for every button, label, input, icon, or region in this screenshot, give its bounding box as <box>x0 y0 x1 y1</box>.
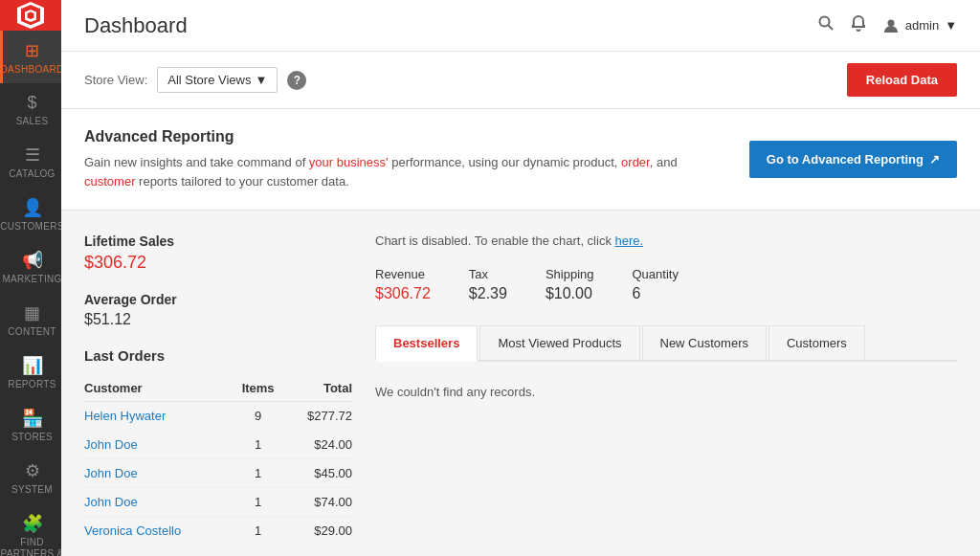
order-total: $29.00 <box>283 517 352 545</box>
order-link[interactable]: order <box>621 155 650 169</box>
tab-bestsellers[interactable]: Bestsellers <box>375 325 478 362</box>
sidebar-item-stores[interactable]: 🏪 STORES <box>0 398 61 451</box>
chart-enable-link[interactable]: here. <box>615 234 644 248</box>
no-records-message: We couldn't find any records. <box>375 377 957 407</box>
stat-value: $2.39 <box>469 285 507 302</box>
tab-new-customers[interactable]: New Customers <box>642 325 767 360</box>
order-total: $74.00 <box>283 488 352 517</box>
sidebar: ⊞ DASHBOARD $ SALES ☰ CATALOG 👤 CUSTOMER… <box>0 0 61 556</box>
table-row: Veronica Costello1$29.00 <box>84 517 352 545</box>
stat-item: Shipping$10.00 <box>546 267 594 302</box>
notifications-icon[interactable] <box>850 14 867 36</box>
stat-item: Tax$2.39 <box>469 267 507 302</box>
stat-label: Quantity <box>633 267 679 281</box>
customer-link[interactable]: customer <box>84 174 135 189</box>
stat-label: Tax <box>469 267 507 281</box>
sidebar-item-label: DASHBOARD <box>0 64 61 76</box>
order-items: 9 <box>234 402 283 431</box>
sidebar-item-marketing[interactable]: 📢 MARKETING <box>0 240 61 293</box>
sidebar-item-label: STORES <box>11 432 53 443</box>
table-row: Helen Hywater9$277.72 <box>84 402 352 431</box>
stat-value: $10.00 <box>546 285 594 302</box>
average-order-value: $51.12 <box>84 311 352 328</box>
left-panel: Lifetime Sales $306.72 Average Order $51… <box>84 234 352 545</box>
logo[interactable] <box>0 0 61 31</box>
user-menu[interactable]: admin ▼ <box>882 17 957 34</box>
stat-item: Quantity6 <box>633 267 679 302</box>
sidebar-item-label: SYSTEM <box>11 484 53 496</box>
sidebar-item-dashboard[interactable]: ⊞ DASHBOARD <box>0 31 61 83</box>
business-link[interactable]: your business' <box>309 155 389 169</box>
order-items: 1 <box>234 517 283 545</box>
last-orders-section: Last Orders Customer Items Total Helen H… <box>84 347 352 545</box>
table-row: John Doe1$74.00 <box>84 488 352 517</box>
tab-content: We couldn't find any records. <box>375 377 957 407</box>
svg-line-1 <box>828 26 833 31</box>
order-items: 1 <box>234 488 283 517</box>
table-row: John Doe1$24.00 <box>84 431 352 459</box>
col-total: Total <box>283 375 352 402</box>
order-items: 1 <box>234 431 283 459</box>
col-items: Items <box>234 375 283 402</box>
customer-name-link[interactable]: John Doe <box>84 495 138 509</box>
stat-label: Revenue <box>375 267 431 281</box>
order-items: 1 <box>234 459 283 488</box>
sales-icon: $ <box>27 93 36 113</box>
right-panel: Chart is disabled. To enable the chart, … <box>375 234 957 545</box>
store-view-label: Store View: <box>84 73 147 87</box>
average-order-label: Average Order <box>84 292 352 307</box>
user-dropdown-icon: ▼ <box>945 18 957 33</box>
search-icon[interactable] <box>817 14 835 36</box>
table-row: John Doe1$45.00 <box>84 459 352 488</box>
content-icon: ▦ <box>24 302 40 323</box>
stat-item: Revenue$306.72 <box>375 267 431 302</box>
extensions-icon: 🧩 <box>22 513 43 534</box>
svg-point-2 <box>887 19 894 26</box>
store-view-left: Store View: All Store Views ▼ ? <box>84 67 306 93</box>
advanced-reporting-heading: Advanced Reporting <box>84 128 730 145</box>
content-area: Store View: All Store Views ▼ ? Reload D… <box>61 52 980 556</box>
stat-value: 6 <box>633 285 679 302</box>
stats-row: Revenue$306.72Tax$2.39Shipping$10.00Quan… <box>375 267 957 302</box>
orders-table: Customer Items Total Helen Hywater9$277.… <box>84 375 352 545</box>
catalog-icon: ☰ <box>25 145 40 166</box>
sidebar-item-catalog[interactable]: ☰ CATALOG <box>0 135 61 188</box>
sidebar-item-label: FIND PARTNERS & EXTENSIONS <box>0 537 61 556</box>
page-header: Dashboard admin ▼ <box>61 0 980 52</box>
advanced-reporting-section: Advanced Reporting Gain new insights and… <box>61 109 980 211</box>
goto-advanced-reporting-button[interactable]: Go to Advanced Reporting ↗ <box>749 141 957 178</box>
order-total: $45.00 <box>283 459 352 488</box>
order-total: $277.72 <box>283 402 352 431</box>
store-view-bar: Store View: All Store Views ▼ ? Reload D… <box>61 52 980 109</box>
average-order-section: Average Order $51.12 <box>84 292 352 328</box>
lifetime-sales-section: Lifetime Sales $306.72 <box>84 234 352 273</box>
sidebar-item-content[interactable]: ▦ CONTENT <box>0 293 61 345</box>
sidebar-item-label: SALES <box>16 116 49 127</box>
sidebar-item-sales[interactable]: $ SALES <box>0 83 61 135</box>
customer-name-link[interactable]: Veronica Costello <box>84 523 181 538</box>
dropdown-icon: ▼ <box>255 73 267 87</box>
customers-icon: 👤 <box>22 197 43 218</box>
sidebar-item-system[interactable]: ⚙ SYSTEM <box>0 451 61 503</box>
svg-point-0 <box>819 17 829 27</box>
user-name: admin <box>905 18 939 33</box>
sidebar-item-customers[interactable]: 👤 CUSTOMERS <box>0 188 61 240</box>
header-actions: admin ▼ <box>817 14 957 36</box>
customer-name-link[interactable]: John Doe <box>84 437 138 452</box>
stat-value: $306.72 <box>375 285 431 302</box>
customer-name-link[interactable]: John Doe <box>84 466 138 480</box>
sidebar-item-label: MARKETING <box>2 274 61 285</box>
sidebar-item-find[interactable]: 🧩 FIND PARTNERS & EXTENSIONS <box>0 503 61 556</box>
tab-customers[interactable]: Customers <box>768 325 865 360</box>
customer-name-link[interactable]: Helen Hywater <box>84 409 166 423</box>
tab-most-viewed[interactable]: Most Viewed Products <box>479 325 639 360</box>
reports-icon: 📊 <box>22 355 43 376</box>
store-view-select[interactable]: All Store Views ▼ <box>157 67 278 93</box>
sidebar-item-label: CONTENT <box>8 326 56 338</box>
sidebar-item-label: REPORTS <box>8 379 56 390</box>
sidebar-item-reports[interactable]: 📊 REPORTS <box>0 345 61 398</box>
chart-disabled-message: Chart is disabled. To enable the chart, … <box>375 234 957 248</box>
goto-btn-label: Go to Advanced Reporting <box>767 152 924 167</box>
reload-button[interactable]: Reload Data <box>847 63 957 97</box>
help-icon[interactable]: ? <box>287 71 306 90</box>
